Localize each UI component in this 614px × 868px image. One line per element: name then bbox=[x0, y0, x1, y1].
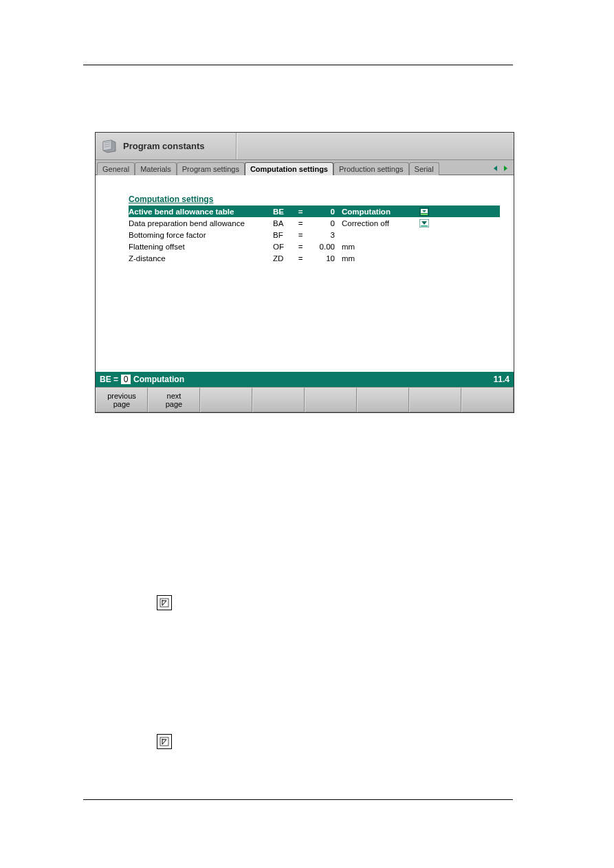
svg-rect-10 bbox=[421, 214, 428, 215]
row-label: Data preparation bend allowance bbox=[129, 219, 273, 227]
statusbar: BE = 0 Computation 11.4 bbox=[96, 372, 514, 387]
row-code: BE bbox=[273, 208, 294, 216]
listbox-icon[interactable] bbox=[417, 219, 431, 227]
row-eq: = bbox=[294, 219, 307, 227]
content-area: Computation settings Active bend allowan… bbox=[96, 175, 514, 372]
book-icon bbox=[101, 139, 118, 154]
softkey-previous-page[interactable]: previous page bbox=[96, 388, 148, 412]
svg-marker-1 bbox=[103, 140, 111, 151]
row-value[interactable]: 0 bbox=[307, 208, 342, 216]
row-value[interactable]: 0.00 bbox=[307, 243, 342, 251]
svg-rect-13 bbox=[421, 225, 428, 227]
tab-serial[interactable]: Serial bbox=[409, 162, 439, 175]
softkey-7[interactable] bbox=[409, 388, 461, 412]
listbox-icon bbox=[157, 734, 172, 749]
status-page: 11.4 bbox=[494, 375, 509, 384]
titlebar-right bbox=[237, 133, 514, 159]
tab-scroll-arrows bbox=[491, 164, 512, 173]
window-title: Program constants bbox=[123, 141, 204, 151]
row-value[interactable]: 0 bbox=[307, 219, 342, 227]
titlebar: Program constants bbox=[96, 133, 514, 160]
tab-program-settings[interactable]: Program settings bbox=[177, 162, 245, 175]
divider-top bbox=[83, 65, 513, 65]
row-code: OF bbox=[273, 243, 294, 251]
divider-bottom bbox=[83, 799, 513, 800]
row-label: Active bend allowance table bbox=[129, 208, 273, 216]
row-code: BA bbox=[273, 219, 294, 227]
row-label: Bottoming force factor bbox=[129, 231, 273, 239]
status-input[interactable]: 0 bbox=[121, 375, 131, 384]
row-bottoming-force[interactable]: Bottoming force factor BF = 3 bbox=[129, 229, 500, 241]
tab-scroll-left-icon[interactable] bbox=[491, 164, 501, 173]
tab-general[interactable]: General bbox=[97, 162, 135, 175]
tab-production-settings[interactable]: Production settings bbox=[333, 162, 409, 175]
row-desc: mm bbox=[342, 254, 417, 263]
tab-materials[interactable]: Materials bbox=[135, 162, 177, 175]
softkey-5[interactable] bbox=[305, 388, 357, 412]
row-eq: = bbox=[294, 208, 307, 216]
app-window: Program constants General Materials Prog… bbox=[95, 132, 514, 413]
tab-computation-settings[interactable]: Computation settings bbox=[245, 162, 333, 175]
row-desc: Correction off bbox=[342, 219, 417, 227]
titlebar-left: Program constants bbox=[96, 133, 237, 159]
row-desc: Computation bbox=[342, 208, 417, 216]
listbox-icon bbox=[157, 595, 172, 610]
row-code: ZD bbox=[273, 254, 294, 263]
listbox-icon[interactable] bbox=[417, 208, 431, 216]
row-flattening-offset[interactable]: Flattening offset OF = 0.00 mm bbox=[129, 241, 500, 252]
section-heading: Computation settings bbox=[129, 194, 500, 204]
row-z-distance[interactable]: Z-distance ZD = 10 mm bbox=[129, 252, 500, 264]
row-active-bend-allowance[interactable]: Active bend allowance table BE = 0 Compu… bbox=[129, 205, 500, 217]
row-label: Flattening offset bbox=[129, 243, 273, 251]
row-value[interactable]: 3 bbox=[307, 231, 342, 239]
row-value[interactable]: 10 bbox=[307, 254, 342, 263]
tabbar: General Materials Program settings Compu… bbox=[96, 160, 514, 175]
row-code: BF bbox=[273, 231, 294, 239]
softkey-8[interactable] bbox=[461, 388, 514, 412]
softkey-next-page[interactable]: next page bbox=[148, 388, 200, 412]
softkey-6[interactable] bbox=[357, 388, 409, 412]
row-data-preparation[interactable]: Data preparation bend allowance BA = 0 C… bbox=[129, 217, 500, 229]
row-eq: = bbox=[294, 231, 307, 239]
softkey-bar: previous page next page bbox=[96, 387, 514, 412]
row-eq: = bbox=[294, 243, 307, 251]
tab-scroll-right-icon[interactable] bbox=[501, 164, 510, 173]
row-desc: mm bbox=[342, 243, 417, 251]
status-desc: Computation bbox=[133, 375, 184, 384]
status-code: BE = bbox=[100, 375, 118, 384]
row-label: Z-distance bbox=[129, 254, 273, 263]
softkey-3[interactable] bbox=[200, 388, 252, 412]
svg-marker-5 bbox=[494, 166, 497, 171]
svg-marker-6 bbox=[504, 166, 507, 171]
softkey-4[interactable] bbox=[252, 388, 305, 412]
row-eq: = bbox=[294, 254, 307, 263]
